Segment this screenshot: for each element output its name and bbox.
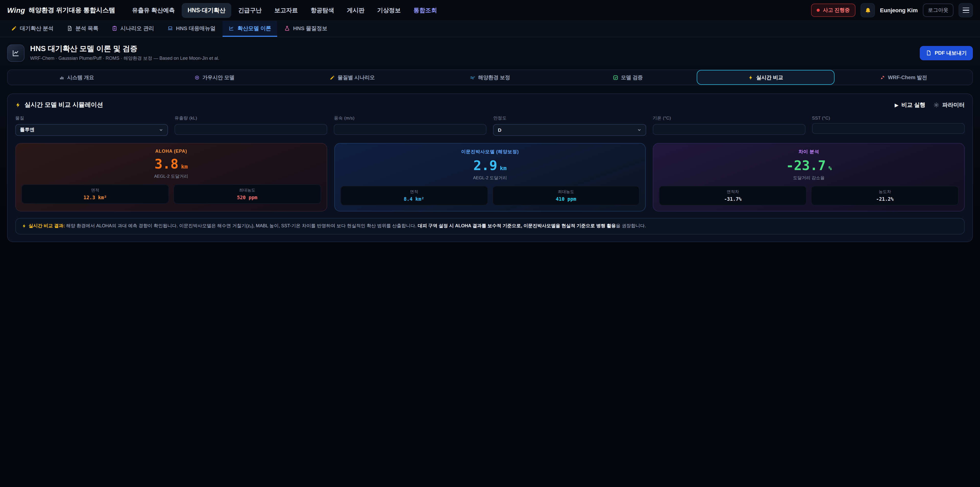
- rocket-icon: [880, 75, 885, 80]
- comparison-result-note: 실시간 비교 결과: 해양 환경에서 ALOHA의 과대 예측 경향이 확인됩니…: [15, 218, 965, 235]
- flask-icon: [285, 26, 290, 31]
- subnav-item-dispersion-analysis[interactable]: 대기확산 분석: [5, 21, 60, 37]
- document-icon: [67, 26, 73, 31]
- tab-system-overview[interactable]: 시스템 개요: [8, 70, 145, 85]
- play-icon: ▶: [895, 102, 898, 107]
- subnav-label: HNS 물질정보: [293, 25, 328, 32]
- subnav-item-hns-manual[interactable]: HNS 대응매뉴얼: [161, 21, 222, 37]
- notifications-button[interactable]: [861, 3, 875, 18]
- nav-item-emergency-rescue[interactable]: 긴급구난: [232, 3, 267, 18]
- tab-label: WRF-Chem 발전: [888, 74, 927, 81]
- sub-navbar: 대기확산 분석 분석 목록 시나리오 관리 HNS 대응매뉴얼 확산모델 이론 …: [0, 21, 980, 37]
- tab-marine-correction[interactable]: 해양환경 보정: [421, 70, 559, 85]
- subnav-label: 대기확산 분석: [20, 25, 54, 32]
- nav-item-oil-spill[interactable]: 유출유 확산예측: [127, 3, 180, 18]
- stability-select-value: D: [498, 127, 501, 133]
- field-label: 기온 (°C): [652, 115, 805, 121]
- parameters-button[interactable]: 파라미터: [934, 101, 965, 109]
- result-card-stats: 면적 12.3 km² 최대농도 520 ppm: [21, 184, 321, 204]
- bolt-icon: [15, 102, 21, 108]
- simulation-title: 실시간 모델 비교 시뮬레이션: [15, 101, 103, 109]
- incident-label: 사고 진행중: [823, 6, 850, 14]
- chart-line-icon: [12, 49, 20, 57]
- tab-label: 해양환경 보정: [478, 74, 510, 81]
- subnav-label: 분석 목록: [76, 25, 99, 32]
- pdf-export-button[interactable]: PDF 내보내기: [920, 46, 973, 60]
- menu-button[interactable]: [959, 3, 973, 18]
- logo-title: 해양환경 위기대응 통합시스템: [29, 6, 115, 14]
- tab-realtime-comparison[interactable]: 실시간 비교: [697, 70, 835, 85]
- nav-item-weather[interactable]: 기상정보: [372, 3, 406, 18]
- tab-gaussian-model[interactable]: 가우시안 모델: [145, 70, 283, 85]
- page-header-titles: HNS 대기확산 모델 이론 및 검증 WRF-Chem · Gaussian …: [30, 44, 219, 62]
- field-wind-speed: 풍속 (m/s): [334, 115, 487, 136]
- nav-item-reports[interactable]: 보고자료: [269, 3, 304, 18]
- pencil-icon: [329, 75, 334, 80]
- field-substance: 물질 톨루엔: [15, 115, 168, 136]
- stat-area: 면적 8.4 km²: [340, 186, 488, 205]
- tab-label: 모델 검증: [621, 74, 643, 81]
- nav-item-board[interactable]: 게시판: [341, 3, 370, 18]
- subnav-item-hns-substance-info[interactable]: HNS 물질정보: [278, 21, 334, 37]
- page-header-icon-tile: [7, 44, 24, 62]
- wave-icon: [470, 75, 475, 80]
- result-card-stats: 면적 8.4 km² 최대농도 410 ppm: [340, 186, 640, 205]
- result-card-value: 2.9km: [340, 159, 640, 172]
- hamburger-icon: [963, 7, 969, 13]
- logout-button[interactable]: 로그아웃: [923, 3, 953, 17]
- logo-wing-mark: Wing: [7, 6, 25, 14]
- subnav-label: 시나리오 관리: [121, 25, 154, 32]
- app-root: Wing 해양환경 위기대응 통합시스템 유출유 확산예측 HNS·대기확산 긴…: [0, 0, 980, 487]
- bell-icon: [864, 7, 871, 14]
- nav-item-integrated-search[interactable]: 통합조회: [408, 3, 442, 18]
- simulation-actions: ▶ 비교 실행 파라미터: [895, 101, 965, 109]
- run-comparison-button[interactable]: ▶ 비교 실행: [895, 101, 925, 109]
- top-navbar: Wing 해양환경 위기대응 통합시스템 유출유 확산예측 HNS·대기확산 긴…: [0, 0, 980, 21]
- stat-max-concentration: 최대농도 410 ppm: [492, 186, 640, 205]
- field-spill-amount: 유출량 (kL): [175, 115, 327, 136]
- note-body: 해양 환경에서 ALOHA의 과대 예측 경향이 확인됩니다. 이문진박사모델은…: [65, 223, 418, 228]
- stat-area-difference: 면적차 -31.7%: [659, 186, 807, 205]
- result-card-difference: 차이 분석 -23.7% 도달거리 감소율 면적차 -31.7% 농도차 -21…: [653, 143, 965, 211]
- result-card-value: -23.7%: [659, 159, 959, 172]
- field-label: 안정도: [493, 115, 646, 121]
- nav-item-aerial-search[interactable]: 항공탐색: [305, 3, 340, 18]
- main-nav: 유출유 확산예측 HNS·대기확산 긴급구난 보고자료 항공탐색 게시판 기상정…: [127, 3, 443, 18]
- tab-label: 가우시안 모델: [202, 74, 234, 81]
- substance-select[interactable]: 톨루엔: [15, 124, 168, 136]
- tab-model-validation[interactable]: 모델 검증: [559, 70, 697, 85]
- navbar-right: 사고 진행중 Eunjeong Kim 로그아웃: [811, 3, 973, 18]
- stability-select[interactable]: D: [493, 124, 646, 136]
- subnav-item-model-theory[interactable]: 확산모델 이론: [223, 21, 277, 37]
- tab-wrf-chem[interactable]: WRF-Chem 발전: [835, 70, 972, 85]
- chevron-down-icon: [637, 128, 641, 132]
- pdf-export-label: PDF 내보내기: [935, 49, 967, 56]
- field-air-temperature: 기온 (°C): [652, 115, 805, 136]
- user-name: Eunjeong Kim: [880, 7, 918, 13]
- app-logo[interactable]: Wing 해양환경 위기대응 통합시스템: [7, 6, 115, 14]
- spill-amount-input[interactable]: [175, 124, 327, 135]
- field-label: 풍속 (m/s): [334, 115, 487, 121]
- bar-chart-icon: [59, 75, 64, 80]
- sst-input[interactable]: [812, 123, 965, 134]
- incident-status-badge[interactable]: 사고 진행중: [811, 3, 856, 17]
- result-card-moonjin-model: 이문진박사모델 (해양보정) 2.9km AEGL-2 도달거리 면적 8.4 …: [334, 143, 646, 211]
- nav-item-hns-atmos[interactable]: HNS·대기확산: [182, 3, 231, 18]
- pencil-icon: [11, 26, 17, 31]
- page-subtitle: WRF-Chem · Gaussian Plume/Puff · ROMS · …: [30, 55, 219, 62]
- realtime-comparison-card: 실시간 모델 비교 시뮬레이션 ▶ 비교 실행 파라미터 물질 톨루엔: [7, 93, 973, 242]
- run-comparison-label: 비교 실행: [901, 101, 925, 109]
- subnav-item-scenario-management[interactable]: 시나리오 관리: [106, 21, 160, 37]
- simulation-header: 실시간 모델 비교 시뮬레이션 ▶ 비교 실행 파라미터: [15, 101, 965, 109]
- result-card-title: 차이 분석: [659, 148, 959, 155]
- result-card-caption: 도달거리 감소율: [659, 175, 959, 181]
- tab-label: 시스템 개요: [67, 74, 94, 81]
- page-title: HNS 대기확산 모델 이론 및 검증: [30, 44, 219, 54]
- wind-speed-input[interactable]: [334, 124, 487, 135]
- field-label: SST (°C): [812, 115, 965, 121]
- comparison-results: ALOHA (EPA) 3.8km AEGL-2 도달거리 면적 12.3 km…: [15, 143, 965, 211]
- tab-substance-scenarios[interactable]: 물질별 시나리오: [283, 70, 421, 85]
- gear-icon: [934, 102, 939, 108]
- air-temperature-input[interactable]: [652, 124, 805, 135]
- subnav-item-analysis-list[interactable]: 분석 목록: [61, 21, 105, 37]
